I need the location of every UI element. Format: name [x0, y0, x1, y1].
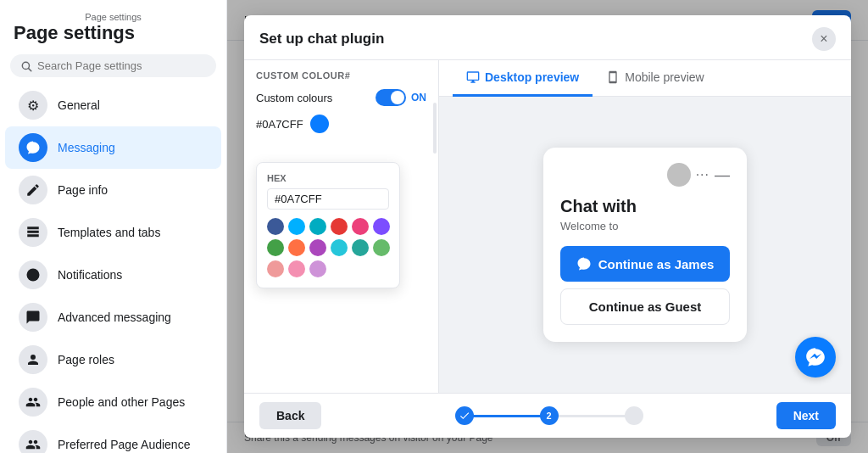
- messenger-fab-icon: [804, 346, 826, 368]
- mobile-icon: [606, 70, 620, 84]
- tab-mobile-preview[interactable]: Mobile preview: [593, 60, 717, 97]
- progress-dot-3: [625, 406, 643, 425]
- hex-color-dot: [310, 115, 329, 133]
- progress-line: 2: [465, 415, 634, 417]
- tab-desktop-preview[interactable]: Desktop preview: [453, 60, 593, 97]
- continue-as-guest-button[interactable]: Continue as Guest: [560, 288, 730, 325]
- progress-dot-2: 2: [540, 406, 559, 425]
- search-box[interactable]: [10, 54, 216, 77]
- left-panel: CUSTOM COLOUR# Custom colours ON #0A7CFF: [244, 60, 439, 393]
- next-button[interactable]: Next: [776, 402, 836, 429]
- svg-line-1: [29, 68, 31, 70]
- chat-subtitle: Welcome to: [560, 220, 730, 232]
- continue-as-james-button[interactable]: Continue as James: [560, 246, 730, 282]
- sidebar-item-label: Page info: [58, 183, 108, 197]
- notifications-icon: [19, 260, 47, 289]
- right-panel: Desktop preview Mobile preview ··· —: [439, 60, 851, 393]
- chat-topbar-dots: ···: [696, 167, 709, 182]
- toggle-row: ON: [376, 89, 426, 106]
- color-swatch[interactable]: [373, 218, 390, 235]
- color-grid: [267, 218, 389, 277]
- search-icon: [20, 60, 32, 72]
- section-label: CUSTOM COLOUR#: [256, 70, 426, 81]
- sidebar-title: Page settings: [0, 22, 226, 51]
- sidebar-item-label: Notifications: [58, 268, 122, 282]
- color-swatch[interactable]: [267, 239, 284, 256]
- sidebar: Page settings Page settings ⚙ General Me…: [0, 0, 227, 453]
- main-content: Use the Return key to send messages On S…: [227, 0, 868, 453]
- color-swatch[interactable]: [373, 239, 390, 256]
- avatar: [667, 163, 691, 187]
- sidebar-item-label: Preferred Page Audience: [58, 438, 190, 451]
- messenger-logo-icon: [576, 256, 592, 271]
- modal-footer: Back 2 Next: [244, 393, 851, 438]
- sidebar-subtitle: Page settings: [0, 10, 226, 22]
- color-swatch[interactable]: [309, 239, 326, 256]
- search-input[interactable]: [37, 59, 206, 72]
- hex-preview-row: #0A7CFF: [256, 115, 426, 133]
- general-icon: ⚙: [19, 91, 47, 120]
- progress-step-label: 2: [546, 411, 551, 421]
- sidebar-item-label: People and other Pages: [58, 395, 185, 409]
- sidebar-item-page-roles[interactable]: Page roles: [5, 338, 221, 381]
- progress-indicator: 2: [321, 415, 776, 417]
- chat-preview-area: ··· — Chat with Welcome to Continue as J…: [439, 97, 851, 393]
- chat-card-topbar: ··· —: [560, 163, 730, 187]
- messaging-icon: [19, 133, 47, 162]
- page-roles-icon: [19, 345, 47, 374]
- color-swatch[interactable]: [352, 239, 369, 256]
- modal-header: Set up chat plugin ×: [244, 15, 851, 60]
- advanced-messaging-icon: [19, 303, 47, 332]
- custom-colours-label: Custom colours: [256, 92, 332, 104]
- modal-title: Set up chat plugin: [259, 31, 384, 48]
- sidebar-item-templates-tabs[interactable]: Templates and tabs: [5, 211, 221, 254]
- color-swatch[interactable]: [309, 260, 326, 277]
- chat-title: Chat with: [560, 197, 730, 216]
- desktop-tab-label: Desktop preview: [485, 70, 579, 84]
- desktop-icon: [466, 70, 480, 84]
- sidebar-item-label: Page roles: [58, 353, 114, 366]
- color-swatch[interactable]: [288, 218, 305, 235]
- messenger-fab[interactable]: [795, 337, 836, 378]
- picker-hex-label: HEX: [267, 173, 389, 183]
- sidebar-item-messaging[interactable]: Messaging: [5, 126, 221, 169]
- sidebar-item-label: Advanced messaging: [58, 310, 171, 324]
- sidebar-item-general[interactable]: ⚙ General: [5, 84, 221, 126]
- chat-plugin-modal: Set up chat plugin × CUSTOM COLOUR# Cust…: [244, 15, 851, 438]
- custom-colours-toggle[interactable]: [376, 89, 406, 106]
- sidebar-item-label: Templates and tabs: [58, 226, 160, 239]
- color-swatch[interactable]: [267, 218, 284, 235]
- preferred-audience-icon: [19, 430, 47, 453]
- btn-guest-label: Continue as Guest: [589, 299, 702, 314]
- btn-james-label: Continue as James: [598, 257, 715, 271]
- sidebar-item-notifications[interactable]: Notifications: [5, 254, 221, 296]
- color-picker-popup: HEX: [256, 162, 400, 288]
- color-swatch[interactable]: [331, 239, 348, 256]
- sidebar-item-preferred-audience[interactable]: Preferred Page Audience: [5, 423, 221, 453]
- color-swatch[interactable]: [288, 260, 305, 277]
- preview-tabs: Desktop preview Mobile preview: [439, 60, 851, 97]
- progress-fill: [465, 415, 549, 417]
- hex-value-display: #0A7CFF: [256, 118, 303, 131]
- templates-icon: [19, 218, 47, 247]
- sidebar-item-label: General: [58, 98, 100, 112]
- sidebar-item-label: Messaging: [58, 141, 115, 154]
- back-button[interactable]: Back: [259, 402, 321, 429]
- custom-colours-row: Custom colours ON: [256, 89, 426, 106]
- color-swatch[interactable]: [331, 218, 348, 235]
- modal-close-button[interactable]: ×: [812, 27, 836, 51]
- color-swatch[interactable]: [288, 239, 305, 256]
- svg-point-2: [27, 269, 40, 282]
- modal-body: CUSTOM COLOUR# Custom colours ON #0A7CFF: [244, 60, 851, 393]
- chat-card: ··· — Chat with Welcome to Continue as J…: [543, 148, 747, 342]
- picker-hex-input[interactable]: [267, 188, 389, 210]
- sidebar-item-page-info[interactable]: Page info: [5, 169, 221, 211]
- people-pages-icon: [19, 388, 47, 417]
- progress-dot-1: [455, 406, 474, 425]
- toggle-on-label: ON: [411, 92, 426, 103]
- sidebar-item-advanced-messaging[interactable]: Advanced messaging: [5, 296, 221, 338]
- sidebar-item-people-pages[interactable]: People and other Pages: [5, 381, 221, 423]
- color-swatch[interactable]: [267, 260, 284, 277]
- color-swatch[interactable]: [309, 218, 326, 235]
- color-swatch[interactable]: [352, 218, 369, 235]
